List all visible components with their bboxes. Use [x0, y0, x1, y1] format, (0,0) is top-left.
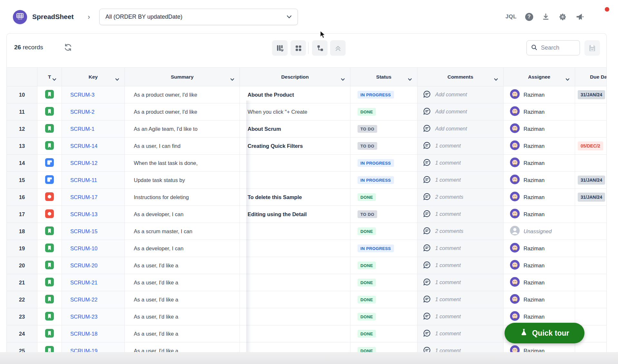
horizontal-scrollbar-track[interactable]	[0, 352, 618, 364]
issue-type-cell[interactable]	[37, 172, 62, 189]
comments-cell[interactable]: Add comment	[417, 103, 504, 120]
due-date-cell[interactable]	[575, 342, 607, 352]
status-cell[interactable]: DONE	[350, 257, 417, 274]
column-header-summary[interactable]: Summary	[125, 67, 240, 86]
comments-cell[interactable]: 1 comment	[417, 342, 504, 352]
comments-cell[interactable]: 1 comment	[417, 155, 504, 172]
comments-cell[interactable]: Add comment	[417, 120, 504, 138]
issue-type-cell[interactable]	[37, 223, 62, 240]
save-view-button[interactable]	[584, 40, 600, 56]
assignee-cell[interactable]: Raziman	[504, 291, 575, 308]
assignee-cell[interactable]: Raziman	[504, 120, 575, 138]
comments-cell[interactable]: 1 comment	[417, 274, 504, 291]
description-cell[interactable]: To delete this Sample	[240, 189, 350, 206]
status-cell[interactable]: DONE	[350, 223, 417, 240]
description-cell[interactable]: When you click "+ Create	[240, 103, 350, 120]
summary-cell[interactable]: As a user, I can find	[125, 138, 240, 155]
description-cell[interactable]	[240, 172, 350, 189]
issue-type-cell[interactable]	[37, 155, 62, 172]
due-date-cell[interactable]	[575, 206, 607, 223]
jql-button[interactable]: JQL	[505, 14, 517, 20]
status-cell[interactable]: DONE	[350, 274, 417, 291]
description-cell[interactable]: About Scrum	[240, 120, 350, 138]
due-date-cell[interactable]: 31/JAN/24	[575, 86, 607, 103]
status-cell[interactable]: TO DO	[350, 120, 417, 138]
issue-type-cell[interactable]	[37, 120, 62, 138]
issue-key-link[interactable]: SCRUM-3	[70, 92, 94, 98]
saved-filter-dropdown[interactable]: All (ORDER BY updatedDate)	[99, 9, 298, 25]
column-header-type[interactable]: T	[37, 67, 62, 86]
assignee-cell[interactable]: Raziman	[504, 86, 575, 103]
issue-key-link[interactable]: SCRUM-17	[70, 194, 97, 200]
description-cell[interactable]	[240, 274, 350, 291]
announcements-megaphone-icon[interactable]	[575, 12, 584, 21]
summary-cell[interactable]: As a developer, I can	[125, 206, 240, 223]
column-header-key[interactable]: Key	[62, 67, 125, 86]
due-date-cell[interactable]	[575, 257, 607, 274]
due-date-cell[interactable]	[575, 223, 607, 240]
description-cell[interactable]	[240, 240, 350, 257]
summary-cell[interactable]: As a user, I'd like a	[125, 257, 240, 274]
issue-key-link[interactable]: SCRUM-11	[70, 177, 97, 183]
comments-cell[interactable]: 1 comment	[417, 325, 504, 342]
issue-type-cell[interactable]	[37, 325, 62, 342]
description-cell[interactable]	[240, 308, 350, 325]
issue-type-cell[interactable]	[37, 189, 62, 206]
column-header-comments[interactable]: Comments	[417, 67, 504, 86]
issue-type-cell[interactable]	[37, 240, 62, 257]
issue-type-cell[interactable]	[37, 274, 62, 291]
status-cell[interactable]: IN PROGRESS	[350, 155, 417, 172]
description-cell[interactable]: About the Product	[240, 86, 350, 103]
due-date-cell[interactable]: 31/JAN/24	[575, 172, 607, 189]
due-date-cell[interactable]	[575, 103, 607, 120]
comments-cell[interactable]: Add comment	[417, 86, 504, 103]
comments-cell[interactable]: 1 comment	[417, 291, 504, 308]
issue-key-link[interactable]: SCRUM-15	[70, 228, 97, 235]
assignee-cell[interactable]: Unassigned	[504, 223, 575, 240]
issue-key-link[interactable]: SCRUM-13	[70, 211, 97, 217]
app-logo[interactable]	[13, 10, 27, 24]
summary-cell[interactable]: As a user, I'd like a	[125, 291, 240, 308]
issue-type-cell[interactable]	[37, 103, 62, 120]
due-date-cell[interactable]	[575, 291, 607, 308]
summary-cell[interactable]: As a developer, I can	[125, 240, 240, 257]
due-date-cell[interactable]: 05/DEC/2	[575, 138, 607, 155]
status-cell[interactable]: DONE	[350, 103, 417, 120]
due-date-cell[interactable]: 31/JAN/24	[575, 189, 607, 206]
comments-cell[interactable]: 1 comment	[417, 308, 504, 325]
issue-type-cell[interactable]	[37, 257, 62, 274]
assignee-cell[interactable]: Raziman	[504, 274, 575, 291]
due-date-cell[interactable]	[575, 120, 607, 138]
summary-cell[interactable]: As a user, I'd like a	[125, 325, 240, 342]
status-cell[interactable]: DONE	[350, 189, 417, 206]
due-date-cell[interactable]	[575, 155, 607, 172]
summary-cell[interactable]: As a user, I'd like a	[125, 342, 240, 352]
quick-tour-button[interactable]: Quick tour	[505, 323, 584, 343]
status-cell[interactable]: IN PROGRESS	[350, 240, 417, 257]
column-settings-button[interactable]	[272, 40, 288, 56]
issue-key-link[interactable]: SCRUM-10	[70, 245, 97, 252]
status-cell[interactable]: DONE	[350, 342, 417, 352]
issue-type-cell[interactable]	[37, 342, 62, 352]
issue-key-link[interactable]: SCRUM-2	[70, 109, 94, 115]
status-cell[interactable]: TO DO	[350, 206, 417, 223]
description-cell[interactable]	[240, 291, 350, 308]
issue-type-cell[interactable]	[37, 138, 62, 155]
comments-cell[interactable]: 1 comment	[417, 172, 504, 189]
description-cell[interactable]: Creating Quick Filters	[240, 138, 350, 155]
assignee-cell[interactable]: Raziman	[504, 257, 575, 274]
refresh-icon[interactable]	[64, 43, 73, 52]
issue-type-cell[interactable]	[37, 308, 62, 325]
column-header-description[interactable]: Description	[240, 67, 350, 86]
settings-gear-icon[interactable]	[558, 13, 567, 21]
assignee-cell[interactable]: Raziman	[504, 240, 575, 257]
issue-type-cell[interactable]	[37, 291, 62, 308]
assignee-cell[interactable]: Raziman	[504, 138, 575, 155]
issue-key-link[interactable]: SCRUM-21	[70, 280, 97, 286]
summary-cell[interactable]: As a scrum master, I can	[125, 223, 240, 240]
comments-cell[interactable]: 1 comment	[417, 206, 504, 223]
due-date-cell[interactable]	[575, 240, 607, 257]
column-header-due[interactable]: Due Date	[575, 67, 607, 86]
summary-cell[interactable]: As a product owner, I'd like	[125, 103, 240, 120]
download-icon[interactable]	[542, 13, 550, 21]
